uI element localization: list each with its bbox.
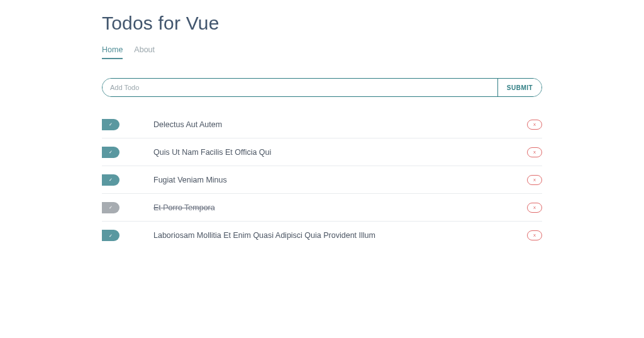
todo-list: ✓Delectus Aut Autemx✓Quis Ut Nam Facilis… [102,111,542,249]
add-todo-form: Submit [102,78,542,97]
todo-row: ✓Et Porro Temporax [102,194,542,222]
check-icon: ✓ [109,177,113,182]
delete-button[interactable]: x [527,147,542,157]
todo-title: Delectus Aut Autem [153,120,527,129]
todo-title: Quis Ut Nam Facilis Et Officia Qui [153,148,527,157]
todo-row: ✓Fugiat Veniam Minusx [102,166,542,194]
check-icon: ✓ [109,150,113,154]
page-title: Todos for Vue [102,13,542,34]
check-icon: ✓ [109,205,113,210]
todo-title: Et Porro Tempora [153,203,527,212]
complete-toggle[interactable]: ✓ [102,119,119,130]
add-todo-input[interactable] [103,79,497,96]
todo-title: Fugiat Veniam Minus [153,176,527,184]
content-wrapper: Todos for Vue Home About Submit ✓Delectu… [102,13,542,249]
check-icon: ✓ [109,122,113,127]
delete-button[interactable]: x [527,203,542,213]
submit-button[interactable]: Submit [497,79,541,96]
delete-button[interactable]: x [527,120,542,130]
tab-home[interactable]: Home [102,45,123,59]
complete-toggle[interactable]: ✓ [102,202,119,213]
todo-title: Laboriosam Mollitia Et Enim Quasi Adipis… [153,231,527,240]
complete-toggle[interactable]: ✓ [102,147,119,158]
delete-button[interactable]: x [527,230,542,240]
complete-toggle[interactable]: ✓ [102,174,119,186]
todo-row: ✓Laboriosam Mollitia Et Enim Quasi Adipi… [102,222,542,249]
delete-button[interactable]: x [527,175,542,185]
complete-toggle[interactable]: ✓ [102,230,119,241]
tab-about[interactable]: About [134,45,155,59]
check-icon: ✓ [109,234,113,238]
todo-row: ✓Quis Ut Nam Facilis Et Officia Quix [102,138,542,166]
todo-row: ✓Delectus Aut Autemx [102,111,542,138]
app-root: Todos for Vue Home About Submit ✓Delectu… [0,0,644,249]
nav-tabs: Home About [102,45,542,59]
